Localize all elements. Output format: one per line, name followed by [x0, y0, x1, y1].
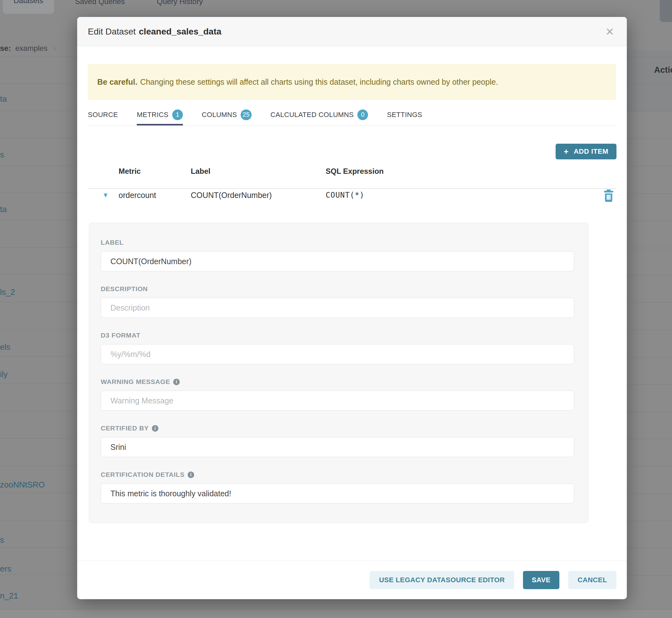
metric-edit-panel: LABEL DESCRIPTION D3 FORMAT WARNING MESS… [89, 223, 589, 523]
bg-tab-saved-queries: Saved Queries [75, 0, 125, 6]
warning-message-input[interactable] [101, 391, 574, 411]
modal-footer: USE LEGACY DATASOURCE EDITOR SAVE CANCEL [77, 560, 627, 599]
trash-icon [603, 189, 614, 202]
tab-columns[interactable]: COLUMNS 25 [202, 104, 252, 125]
bg-tab-datasets-label: Datasets [13, 0, 43, 5]
delete-metric-button[interactable] [603, 189, 614, 203]
field-certified-by-label: CERTIFIED BY i [101, 424, 159, 432]
tab-source[interactable]: SOURCE [88, 104, 118, 125]
bg-row-fragment: ls_2 [0, 287, 15, 297]
modal-title-dataset-name: cleaned_sales_data [139, 27, 221, 36]
warning-banner-bold: Be careful. [97, 78, 137, 87]
add-item-label: ADD ITEM [574, 147, 608, 156]
bg-row-fragment: s [0, 150, 4, 160]
warning-banner-text: Changing these settings will affect all … [140, 78, 498, 87]
d3-format-input[interactable] [101, 344, 574, 364]
description-input[interactable] [101, 298, 574, 318]
add-item-button[interactable]: + ADD ITEM [556, 144, 616, 160]
use-legacy-datasource-editor-button[interactable]: USE LEGACY DATASOURCE EDITOR [370, 571, 514, 589]
metrics-count-badge: 1 [172, 109, 183, 120]
field-label-label: LABEL [101, 239, 124, 246]
bg-row-fragment: s [0, 535, 4, 545]
bg-row-fragment: els [0, 342, 10, 352]
table-header-divider [88, 188, 616, 189]
edit-dataset-modal: Edit Datasetcleaned_sales_data ✕ Be care… [77, 17, 627, 599]
metric-label-cell: COUNT(OrderNumber) [191, 191, 272, 200]
bg-tab-datasets: Datasets [3, 0, 54, 14]
modal-header: Edit Datasetcleaned_sales_data ✕ [77, 17, 627, 46]
bg-corner-tab [660, 0, 672, 22]
bg-table-rows-right [627, 47, 672, 609]
bg-row-fragment: ta [0, 94, 7, 104]
bg-row-fragment: ta [0, 205, 7, 214]
bg-row-fragment: ers [0, 564, 11, 574]
column-header-label: Label [191, 167, 210, 176]
dataset-tabs: SOURCE METRICS 1 COLUMNS 25 CALCULATED C… [88, 104, 616, 125]
modal-title-prefix: Edit Dataset [88, 27, 136, 36]
column-header-metric: Metric [119, 167, 141, 176]
plus-icon: + [564, 147, 569, 157]
warning-banner: Be careful. Changing these settings will… [88, 64, 616, 100]
metric-sql-cell: COUNT(*) [326, 191, 365, 200]
bg-footer-bar [0, 609, 672, 618]
field-d3-format-label: D3 FORMAT [101, 332, 140, 339]
info-icon[interactable]: i [188, 472, 194, 478]
field-warning-message-label: WARNING MESSAGE i [101, 378, 180, 386]
column-header-sql-expression: SQL Expression [326, 167, 384, 176]
bg-tab-query-history: Query History [157, 0, 203, 6]
certified-by-input[interactable] [101, 437, 574, 457]
page-stage: Datasets Saved Queries Query History se:… [0, 0, 672, 618]
bg-row-fragment: n_21 [0, 591, 18, 601]
field-certification-details-label: CERTIFICATION DETAILS i [101, 471, 194, 479]
tab-calculated-columns[interactable]: CALCULATED COLUMNS 0 [270, 104, 368, 125]
field-description-label: DESCRIPTION [101, 285, 148, 293]
modal-title: Edit Datasetcleaned_sales_data [88, 27, 221, 37]
bg-row-fragment: zooNNtSRO [0, 480, 45, 490]
close-icon[interactable]: ✕ [605, 26, 614, 37]
tab-settings[interactable]: SETTINGS [387, 104, 422, 125]
bg-table-rows-left [0, 47, 77, 609]
save-button[interactable]: SAVE [523, 571, 559, 589]
cancel-button[interactable]: CANCEL [568, 571, 616, 589]
tab-metrics[interactable]: METRICS 1 [137, 104, 183, 125]
bg-actions-header: Actio [654, 65, 672, 75]
certification-details-input[interactable] [101, 484, 574, 504]
label-input[interactable] [101, 251, 574, 271]
info-icon[interactable]: i [152, 425, 159, 432]
bg-row-fragment: ily [0, 370, 8, 379]
info-icon[interactable]: i [173, 379, 180, 385]
calculated-columns-count-badge: 0 [357, 109, 368, 120]
columns-count-badge: 25 [241, 109, 252, 120]
metric-name-cell: ordercount [119, 191, 156, 200]
row-expand-caret-icon[interactable]: ▼ [102, 191, 109, 199]
